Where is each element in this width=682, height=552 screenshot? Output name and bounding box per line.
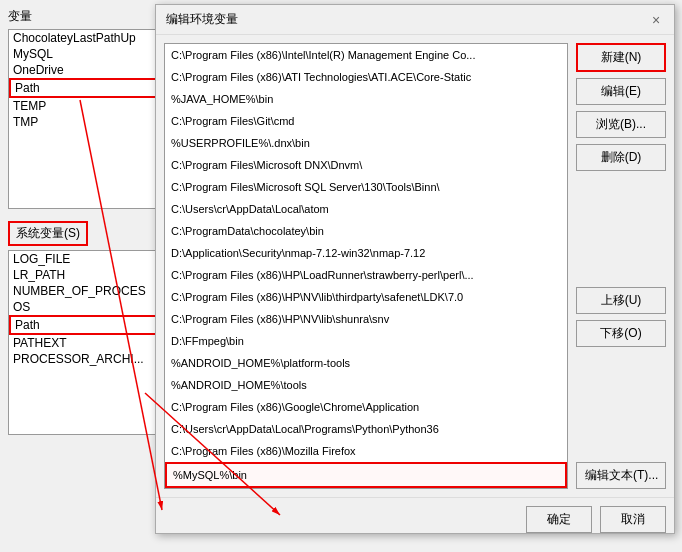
edit-button[interactable]: 编辑(E): [576, 78, 666, 105]
path-item-9[interactable]: D:\Application\Security\nmap-7.12-win32\…: [165, 242, 567, 264]
path-item-13[interactable]: D:\FFmpeg\bin: [165, 330, 567, 352]
path-list: C:\Program Files (x86)\Intel\Intel(R) Ma…: [164, 43, 568, 489]
user-var-onedrive[interactable]: OneDrive: [9, 62, 157, 78]
path-item-3[interactable]: C:\Program Files\Git\cmd: [165, 110, 567, 132]
system-variable-list: LOG_FILE LR_PATH NUMBER_OF_PROCES OS Pat…: [8, 250, 158, 435]
path-item-10[interactable]: C:\Program Files (x86)\HP\LoadRunner\str…: [165, 264, 567, 286]
user-vars-header: 变量: [8, 8, 158, 25]
sys-var-os[interactable]: OS: [9, 299, 157, 315]
path-item-16[interactable]: C:\Program Files (x86)\Google\Chrome\App…: [165, 396, 567, 418]
path-item-7[interactable]: C:\Users\cr\AppData\Local\atom: [165, 198, 567, 220]
path-item-0[interactable]: C:\Program Files (x86)\Intel\Intel(R) Ma…: [165, 44, 567, 66]
user-var-tmp[interactable]: TMP: [9, 114, 157, 130]
sys-var-logfile[interactable]: LOG_FILE: [9, 251, 157, 267]
edit-env-dialog: 编辑环境变量 × C:\Program Files (x86)\Intel\In…: [155, 4, 675, 534]
system-vars-header: 系统变量(S): [8, 221, 88, 246]
user-variable-list: ChocolateyLastPathUp MySQL OneDrive Path…: [8, 29, 158, 209]
move-down-button[interactable]: 下移(O): [576, 320, 666, 347]
system-vars-section: 系统变量(S) LOG_FILE LR_PATH NUMBER_OF_PROCE…: [8, 221, 158, 435]
path-item-17[interactable]: C:\Users\cr\AppData\Local\Programs\Pytho…: [165, 418, 567, 440]
path-item-4[interactable]: %USERPROFILE%\.dnx\bin: [165, 132, 567, 154]
delete-button[interactable]: 删除(D): [576, 144, 666, 171]
cancel-button[interactable]: 取消: [600, 506, 666, 533]
ok-button[interactable]: 确定: [526, 506, 592, 533]
user-var-mysql[interactable]: MySQL: [9, 46, 157, 62]
path-item-5[interactable]: C:\Program Files\Microsoft DNX\Dnvm\: [165, 154, 567, 176]
path-item-18[interactable]: C:\Program Files (x86)\Mozilla Firefox: [165, 440, 567, 462]
dialog-title: 编辑环境变量: [166, 11, 238, 28]
sys-var-numproc[interactable]: NUMBER_OF_PROCES: [9, 283, 157, 299]
user-var-path[interactable]: Path: [9, 78, 157, 98]
dialog-content: C:\Program Files (x86)\Intel\Intel(R) Ma…: [156, 35, 674, 497]
path-item-8[interactable]: C:\ProgramData\chocolatey\bin: [165, 220, 567, 242]
sys-var-processor[interactable]: PROCESSOR_ARCHI...: [9, 351, 157, 367]
browse-button[interactable]: 浏览(B)...: [576, 111, 666, 138]
sys-var-pathext[interactable]: PATHEXT: [9, 335, 157, 351]
left-panel: 变量 ChocolateyLastPathUp MySQL OneDrive P…: [8, 8, 158, 538]
path-item-12[interactable]: C:\Program Files (x86)\HP\NV\lib\shunra\…: [165, 308, 567, 330]
path-item-14[interactable]: %ANDROID_HOME%\platform-tools: [165, 352, 567, 374]
path-item-15[interactable]: %ANDROID_HOME%\tools: [165, 374, 567, 396]
main-window: 变量 ChocolateyLastPathUp MySQL OneDrive P…: [0, 0, 682, 552]
close-button[interactable]: ×: [648, 12, 664, 28]
new-button[interactable]: 新建(N): [576, 43, 666, 72]
user-var-temp[interactable]: TEMP: [9, 98, 157, 114]
path-item-11[interactable]: C:\Program Files (x86)\HP\NV\lib\thirdpa…: [165, 286, 567, 308]
sys-var-path[interactable]: Path: [9, 315, 157, 335]
move-up-button[interactable]: 上移(U): [576, 287, 666, 314]
sys-var-lrpath[interactable]: LR_PATH: [9, 267, 157, 283]
dialog-footer: 确定 取消: [156, 497, 674, 541]
dialog-buttons: 新建(N) 编辑(E) 浏览(B)... 删除(D) 上移(U) 下移(O) 编…: [576, 43, 666, 489]
user-var-chocolatey[interactable]: ChocolateyLastPathUp: [9, 30, 157, 46]
path-item-6[interactable]: C:\Program Files\Microsoft SQL Server\13…: [165, 176, 567, 198]
dialog-titlebar: 编辑环境变量 ×: [156, 5, 674, 35]
edit-text-button[interactable]: 编辑文本(T)...: [576, 462, 666, 489]
path-item-19[interactable]: %MySQL%\bin: [165, 462, 567, 488]
path-item-1[interactable]: C:\Program Files (x86)\ATI Technologies\…: [165, 66, 567, 88]
path-item-2[interactable]: %JAVA_HOME%\bin: [165, 88, 567, 110]
